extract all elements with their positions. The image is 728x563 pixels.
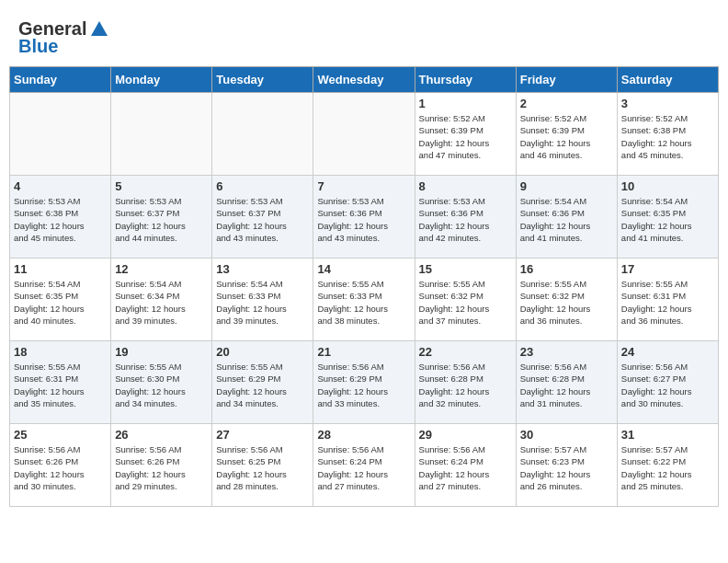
calendar-day-cell: 14Sunrise: 5:55 AM Sunset: 6:33 PM Dayli… [313,259,415,341]
day-number: 8 [419,179,512,193]
calendar-day-cell: 17Sunrise: 5:55 AM Sunset: 6:31 PM Dayli… [617,259,718,341]
day-info: Sunrise: 5:56 AM Sunset: 6:29 PM Dayligh… [317,361,410,409]
calendar-day-cell: 4Sunrise: 5:53 AM Sunset: 6:38 PM Daylig… [10,176,111,259]
day-number: 15 [419,262,512,276]
day-number: 30 [520,428,613,442]
day-info: Sunrise: 5:54 AM Sunset: 6:36 PM Dayligh… [520,195,613,244]
day-number: 18 [14,345,107,359]
calendar-day-cell [212,93,313,176]
day-number: 13 [216,262,309,276]
day-number: 7 [317,179,410,193]
day-number: 6 [216,179,309,193]
calendar-day-cell [10,93,111,176]
day-info: Sunrise: 5:52 AM Sunset: 6:39 PM Dayligh… [520,112,613,161]
calendar-day-cell: 20Sunrise: 5:55 AM Sunset: 6:29 PM Dayli… [212,341,313,424]
day-info: Sunrise: 5:55 AM Sunset: 6:32 PM Dayligh… [520,278,613,327]
calendar-week-row: 1Sunrise: 5:52 AM Sunset: 6:39 PM Daylig… [10,93,719,176]
calendar-day-cell: 15Sunrise: 5:55 AM Sunset: 6:32 PM Dayli… [415,259,516,341]
day-number: 22 [419,345,512,359]
calendar-day-cell: 21Sunrise: 5:56 AM Sunset: 6:29 PM Dayli… [313,341,415,424]
calendar-day-cell: 24Sunrise: 5:56 AM Sunset: 6:27 PM Dayli… [617,341,718,424]
day-number: 4 [14,179,107,193]
day-number: 3 [621,97,714,110]
day-number: 5 [115,179,208,193]
day-number: 26 [115,428,208,442]
calendar-day-cell: 31Sunrise: 5:57 AM Sunset: 6:22 PM Dayli… [617,424,718,507]
day-info: Sunrise: 5:56 AM Sunset: 6:24 PM Dayligh… [317,443,410,492]
calendar-table: SundayMondayTuesdayWednesdayThursdayFrid… [9,66,719,507]
calendar-week-row: 4Sunrise: 5:53 AM Sunset: 6:38 PM Daylig… [10,176,719,259]
day-info: Sunrise: 5:56 AM Sunset: 6:28 PM Dayligh… [419,361,512,409]
day-number: 23 [520,345,613,359]
day-number: 2 [520,97,613,110]
day-number: 9 [520,179,613,193]
day-info: Sunrise: 5:55 AM Sunset: 6:30 PM Dayligh… [115,361,208,409]
day-number: 11 [14,262,107,276]
day-number: 10 [621,179,714,193]
day-number: 29 [419,428,512,442]
day-info: Sunrise: 5:55 AM Sunset: 6:31 PM Dayligh… [14,361,107,409]
logo-icon [89,19,109,40]
day-number: 1 [419,97,512,110]
day-number: 14 [317,262,410,276]
calendar-day-cell [111,93,212,176]
day-info: Sunrise: 5:54 AM Sunset: 6:35 PM Dayligh… [621,195,714,244]
day-info: Sunrise: 5:56 AM Sunset: 6:26 PM Dayligh… [14,443,107,492]
logo: General Blue [18,18,109,57]
day-info: Sunrise: 5:55 AM Sunset: 6:29 PM Dayligh… [216,361,309,409]
calendar-day-cell: 27Sunrise: 5:56 AM Sunset: 6:25 PM Dayli… [212,424,313,507]
weekday-header: Tuesday [212,67,313,93]
day-number: 25 [14,428,107,442]
weekday-header: Friday [516,67,617,93]
svg-marker-0 [91,21,108,36]
calendar-day-cell: 8Sunrise: 5:53 AM Sunset: 6:36 PM Daylig… [415,176,516,259]
day-info: Sunrise: 5:57 AM Sunset: 6:23 PM Dayligh… [520,443,613,492]
calendar-day-cell: 7Sunrise: 5:53 AM Sunset: 6:36 PM Daylig… [313,176,415,259]
calendar-day-cell: 29Sunrise: 5:56 AM Sunset: 6:24 PM Dayli… [415,424,516,507]
day-number: 28 [317,428,410,442]
day-info: Sunrise: 5:56 AM Sunset: 6:24 PM Dayligh… [419,443,512,492]
calendar-day-cell: 12Sunrise: 5:54 AM Sunset: 6:34 PM Dayli… [111,259,212,341]
day-number: 27 [216,428,309,442]
calendar-day-cell: 16Sunrise: 5:55 AM Sunset: 6:32 PM Dayli… [516,259,617,341]
day-info: Sunrise: 5:56 AM Sunset: 6:26 PM Dayligh… [115,443,208,492]
day-info: Sunrise: 5:53 AM Sunset: 6:36 PM Dayligh… [317,195,410,244]
day-info: Sunrise: 5:55 AM Sunset: 6:33 PM Dayligh… [317,278,410,327]
day-info: Sunrise: 5:52 AM Sunset: 6:38 PM Dayligh… [621,112,714,161]
calendar-day-cell: 19Sunrise: 5:55 AM Sunset: 6:30 PM Dayli… [111,341,212,424]
day-number: 24 [621,345,714,359]
day-number: 19 [115,345,208,359]
calendar-day-cell: 11Sunrise: 5:54 AM Sunset: 6:35 PM Dayli… [10,259,111,341]
day-number: 20 [216,345,309,359]
weekday-header: Saturday [617,67,718,93]
day-info: Sunrise: 5:53 AM Sunset: 6:37 PM Dayligh… [216,195,309,244]
calendar-day-cell [313,93,415,176]
calendar-day-cell: 28Sunrise: 5:56 AM Sunset: 6:24 PM Dayli… [313,424,415,507]
calendar-day-cell: 26Sunrise: 5:56 AM Sunset: 6:26 PM Dayli… [111,424,212,507]
day-info: Sunrise: 5:56 AM Sunset: 6:28 PM Dayligh… [520,361,613,409]
calendar-day-cell: 9Sunrise: 5:54 AM Sunset: 6:36 PM Daylig… [516,176,617,259]
calendar-day-cell: 3Sunrise: 5:52 AM Sunset: 6:38 PM Daylig… [617,93,718,176]
day-number: 31 [621,428,714,442]
day-number: 17 [621,262,714,276]
page-header: General Blue [9,9,719,62]
calendar-day-cell: 10Sunrise: 5:54 AM Sunset: 6:35 PM Dayli… [617,176,718,259]
calendar-day-cell: 18Sunrise: 5:55 AM Sunset: 6:31 PM Dayli… [10,341,111,424]
day-info: Sunrise: 5:52 AM Sunset: 6:39 PM Dayligh… [419,112,512,161]
weekday-header: Monday [111,67,212,93]
day-info: Sunrise: 5:55 AM Sunset: 6:31 PM Dayligh… [621,278,714,327]
day-number: 21 [317,345,410,359]
weekday-header: Wednesday [313,67,415,93]
weekday-header: Sunday [10,67,111,93]
day-info: Sunrise: 5:54 AM Sunset: 6:34 PM Dayligh… [115,278,208,327]
calendar-day-cell: 22Sunrise: 5:56 AM Sunset: 6:28 PM Dayli… [415,341,516,424]
day-info: Sunrise: 5:57 AM Sunset: 6:22 PM Dayligh… [621,443,714,492]
day-info: Sunrise: 5:54 AM Sunset: 6:35 PM Dayligh… [14,278,107,327]
calendar-week-row: 18Sunrise: 5:55 AM Sunset: 6:31 PM Dayli… [10,341,719,424]
day-info: Sunrise: 5:54 AM Sunset: 6:33 PM Dayligh… [216,278,309,327]
calendar-day-cell: 23Sunrise: 5:56 AM Sunset: 6:28 PM Dayli… [516,341,617,424]
day-info: Sunrise: 5:53 AM Sunset: 6:38 PM Dayligh… [14,195,107,244]
calendar-day-cell: 13Sunrise: 5:54 AM Sunset: 6:33 PM Dayli… [212,259,313,341]
day-info: Sunrise: 5:56 AM Sunset: 6:25 PM Dayligh… [216,443,309,492]
calendar-week-row: 25Sunrise: 5:56 AM Sunset: 6:26 PM Dayli… [10,424,719,507]
